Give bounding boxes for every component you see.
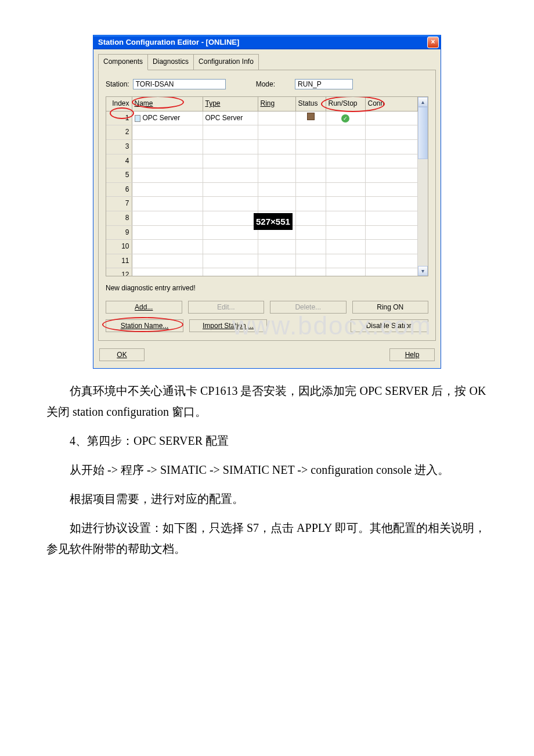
tabbar: Components Diagnostics Configuration Inf… [93,49,441,70]
col-status[interactable]: Status [295,97,326,111]
close-icon[interactable]: × [427,37,439,48]
mode-input[interactable] [295,79,353,89]
paragraph: 根据项目需要，进行对应的配置。 [46,488,488,509]
tab-components[interactable]: Components [98,54,148,70]
disable-station-button[interactable]: Disable Station [351,319,428,332]
table-row[interactable]: 10 [106,240,418,254]
station-input[interactable] [133,79,226,89]
window-title: Station Configuration Editor - [ONLINE] [98,35,239,49]
help-button[interactable]: Help [389,348,435,361]
ok-button[interactable]: OK [99,348,145,361]
edit-button[interactable]: Edit... [188,301,265,314]
titlebar: Station Configuration Editor - [ONLINE] … [93,35,441,49]
table-row[interactable]: 4 [106,154,418,168]
paragraph: 如进行协议设置：如下图，只选择 S7，点击 APPLY 即可。其他配置的相关说明… [46,517,488,559]
table-row[interactable]: 3 [106,139,418,154]
paragraph: 从开始 -> 程序 -> SIMATIC -> SIMATIC NET -> c… [46,459,488,480]
tab-diagnostics[interactable]: Diagnostics [147,54,194,70]
table-header-row: Index Name Type Ring Status Run/Stop Con… [106,97,418,111]
dimension-badge: 527×551 [254,213,293,230]
table-row[interactable]: 11 [106,254,418,268]
status-icon [307,113,315,120]
scrollbar-thumb[interactable] [418,107,428,159]
col-index[interactable]: Index [106,97,132,111]
table-row[interactable]: 1 OPC Server OPC Server ✓ [106,111,418,125]
run-ok-icon: ✓ [341,114,349,123]
col-ring[interactable]: Ring [258,97,295,111]
paragraph: 4、第四步：OPC SERVER 配置 [46,430,488,451]
scroll-up-icon[interactable]: ▴ [418,97,428,107]
table-row[interactable]: 2 [106,125,418,140]
col-runstop[interactable]: Run/Stop [326,97,365,111]
ring-on-button[interactable]: Ring ON [352,301,429,314]
station-name-button[interactable]: Station Name... [106,319,183,332]
station-label: Station: [106,78,129,91]
table-row[interactable]: 7 [106,197,418,211]
module-icon [135,115,140,122]
col-name[interactable]: Name [132,97,203,111]
col-conn[interactable]: Conn [365,97,418,111]
station-config-window: Station Configuration Editor - [ONLINE] … [93,35,441,369]
delete-button[interactable]: Delete... [270,301,347,314]
table-row[interactable]: 12 [106,268,418,276]
scroll-down-icon[interactable]: ▾ [418,266,428,276]
table-row[interactable]: 5 [106,168,418,183]
tab-config-info[interactable]: Configuration Info [193,54,259,70]
status-text: New diagnostic entry arrived! [106,282,428,295]
table-row[interactable]: 6 [106,182,418,197]
add-button[interactable]: Add... [106,301,182,314]
components-table: Index Name Type Ring Status Run/Stop Con… [106,96,428,276]
mode-label: Mode: [256,78,275,91]
import-station-button[interactable]: Import Station ... [189,319,267,332]
col-type[interactable]: Type [203,97,258,111]
paragraph: 仿真环境中不关心通讯卡 CP1613 是否安装，因此添加完 OPC SERVER… [46,380,488,422]
vertical-scrollbar[interactable]: ▴ ▾ [418,97,428,276]
